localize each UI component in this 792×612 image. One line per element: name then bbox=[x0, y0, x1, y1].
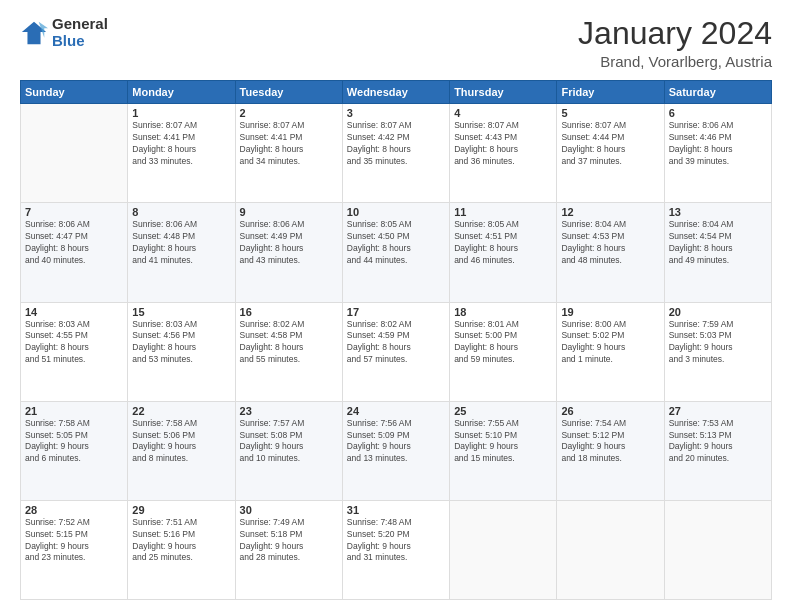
day-number: 1 bbox=[132, 107, 230, 119]
calendar-week-2: 7Sunrise: 8:06 AM Sunset: 4:47 PM Daylig… bbox=[21, 203, 772, 302]
day-info: Sunrise: 8:00 AM Sunset: 5:02 PM Dayligh… bbox=[561, 319, 659, 367]
day-info: Sunrise: 8:07 AM Sunset: 4:41 PM Dayligh… bbox=[240, 120, 338, 168]
day-number: 12 bbox=[561, 206, 659, 218]
calendar-cell: 8Sunrise: 8:06 AM Sunset: 4:48 PM Daylig… bbox=[128, 203, 235, 302]
calendar-cell: 27Sunrise: 7:53 AM Sunset: 5:13 PM Dayli… bbox=[664, 401, 771, 500]
calendar-cell: 12Sunrise: 8:04 AM Sunset: 4:53 PM Dayli… bbox=[557, 203, 664, 302]
calendar-cell: 28Sunrise: 7:52 AM Sunset: 5:15 PM Dayli… bbox=[21, 500, 128, 599]
day-info: Sunrise: 8:07 AM Sunset: 4:44 PM Dayligh… bbox=[561, 120, 659, 168]
day-number: 6 bbox=[669, 107, 767, 119]
day-info: Sunrise: 8:06 AM Sunset: 4:46 PM Dayligh… bbox=[669, 120, 767, 168]
day-info: Sunrise: 8:02 AM Sunset: 4:58 PM Dayligh… bbox=[240, 319, 338, 367]
day-info: Sunrise: 8:06 AM Sunset: 4:49 PM Dayligh… bbox=[240, 219, 338, 267]
day-info: Sunrise: 7:54 AM Sunset: 5:12 PM Dayligh… bbox=[561, 418, 659, 466]
calendar-cell: 29Sunrise: 7:51 AM Sunset: 5:16 PM Dayli… bbox=[128, 500, 235, 599]
day-number: 31 bbox=[347, 504, 445, 516]
calendar-cell: 30Sunrise: 7:49 AM Sunset: 5:18 PM Dayli… bbox=[235, 500, 342, 599]
page: General Blue January 2024 Brand, Vorarlb… bbox=[0, 0, 792, 612]
calendar-cell: 9Sunrise: 8:06 AM Sunset: 4:49 PM Daylig… bbox=[235, 203, 342, 302]
day-number: 5 bbox=[561, 107, 659, 119]
day-number: 21 bbox=[25, 405, 123, 417]
day-number: 14 bbox=[25, 306, 123, 318]
calendar-week-5: 28Sunrise: 7:52 AM Sunset: 5:15 PM Dayli… bbox=[21, 500, 772, 599]
calendar-cell: 14Sunrise: 8:03 AM Sunset: 4:55 PM Dayli… bbox=[21, 302, 128, 401]
day-number: 27 bbox=[669, 405, 767, 417]
location-title: Brand, Vorarlberg, Austria bbox=[578, 53, 772, 70]
day-number: 17 bbox=[347, 306, 445, 318]
day-info: Sunrise: 7:51 AM Sunset: 5:16 PM Dayligh… bbox=[132, 517, 230, 565]
calendar-cell: 11Sunrise: 8:05 AM Sunset: 4:51 PM Dayli… bbox=[450, 203, 557, 302]
day-info: Sunrise: 8:04 AM Sunset: 4:54 PM Dayligh… bbox=[669, 219, 767, 267]
calendar-cell: 10Sunrise: 8:05 AM Sunset: 4:50 PM Dayli… bbox=[342, 203, 449, 302]
day-number: 8 bbox=[132, 206, 230, 218]
day-number: 19 bbox=[561, 306, 659, 318]
day-info: Sunrise: 7:58 AM Sunset: 5:05 PM Dayligh… bbox=[25, 418, 123, 466]
title-block: January 2024 Brand, Vorarlberg, Austria bbox=[578, 16, 772, 70]
weekday-header-tuesday: Tuesday bbox=[235, 81, 342, 104]
logo-icon bbox=[20, 19, 48, 47]
calendar-cell: 3Sunrise: 8:07 AM Sunset: 4:42 PM Daylig… bbox=[342, 104, 449, 203]
day-number: 2 bbox=[240, 107, 338, 119]
calendar-cell: 23Sunrise: 7:57 AM Sunset: 5:08 PM Dayli… bbox=[235, 401, 342, 500]
calendar-body: 1Sunrise: 8:07 AM Sunset: 4:41 PM Daylig… bbox=[21, 104, 772, 600]
day-number: 20 bbox=[669, 306, 767, 318]
calendar-cell: 21Sunrise: 7:58 AM Sunset: 5:05 PM Dayli… bbox=[21, 401, 128, 500]
calendar-cell: 17Sunrise: 8:02 AM Sunset: 4:59 PM Dayli… bbox=[342, 302, 449, 401]
day-info: Sunrise: 8:06 AM Sunset: 4:48 PM Dayligh… bbox=[132, 219, 230, 267]
calendar-cell: 7Sunrise: 8:06 AM Sunset: 4:47 PM Daylig… bbox=[21, 203, 128, 302]
calendar-cell bbox=[557, 500, 664, 599]
calendar-cell: 2Sunrise: 8:07 AM Sunset: 4:41 PM Daylig… bbox=[235, 104, 342, 203]
day-number: 24 bbox=[347, 405, 445, 417]
day-info: Sunrise: 8:03 AM Sunset: 4:55 PM Dayligh… bbox=[25, 319, 123, 367]
day-number: 11 bbox=[454, 206, 552, 218]
day-info: Sunrise: 8:07 AM Sunset: 4:43 PM Dayligh… bbox=[454, 120, 552, 168]
calendar-week-4: 21Sunrise: 7:58 AM Sunset: 5:05 PM Dayli… bbox=[21, 401, 772, 500]
calendar-cell: 6Sunrise: 8:06 AM Sunset: 4:46 PM Daylig… bbox=[664, 104, 771, 203]
day-number: 26 bbox=[561, 405, 659, 417]
day-number: 3 bbox=[347, 107, 445, 119]
day-number: 13 bbox=[669, 206, 767, 218]
calendar-cell: 15Sunrise: 8:03 AM Sunset: 4:56 PM Dayli… bbox=[128, 302, 235, 401]
day-number: 15 bbox=[132, 306, 230, 318]
day-number: 30 bbox=[240, 504, 338, 516]
logo-blue: Blue bbox=[52, 33, 108, 50]
day-info: Sunrise: 7:59 AM Sunset: 5:03 PM Dayligh… bbox=[669, 319, 767, 367]
calendar-header-row: SundayMondayTuesdayWednesdayThursdayFrid… bbox=[21, 81, 772, 104]
day-info: Sunrise: 7:48 AM Sunset: 5:20 PM Dayligh… bbox=[347, 517, 445, 565]
day-number: 29 bbox=[132, 504, 230, 516]
day-info: Sunrise: 7:52 AM Sunset: 5:15 PM Dayligh… bbox=[25, 517, 123, 565]
month-title: January 2024 bbox=[578, 16, 772, 51]
logo: General Blue bbox=[20, 16, 108, 49]
calendar-cell: 4Sunrise: 8:07 AM Sunset: 4:43 PM Daylig… bbox=[450, 104, 557, 203]
day-number: 25 bbox=[454, 405, 552, 417]
weekday-header-monday: Monday bbox=[128, 81, 235, 104]
header: General Blue January 2024 Brand, Vorarlb… bbox=[20, 16, 772, 70]
logo-general: General bbox=[52, 16, 108, 33]
day-number: 28 bbox=[25, 504, 123, 516]
day-number: 18 bbox=[454, 306, 552, 318]
day-number: 4 bbox=[454, 107, 552, 119]
day-info: Sunrise: 8:03 AM Sunset: 4:56 PM Dayligh… bbox=[132, 319, 230, 367]
calendar-cell: 16Sunrise: 8:02 AM Sunset: 4:58 PM Dayli… bbox=[235, 302, 342, 401]
weekday-header-saturday: Saturday bbox=[664, 81, 771, 104]
day-info: Sunrise: 8:02 AM Sunset: 4:59 PM Dayligh… bbox=[347, 319, 445, 367]
day-info: Sunrise: 7:49 AM Sunset: 5:18 PM Dayligh… bbox=[240, 517, 338, 565]
calendar-cell: 25Sunrise: 7:55 AM Sunset: 5:10 PM Dayli… bbox=[450, 401, 557, 500]
day-info: Sunrise: 7:56 AM Sunset: 5:09 PM Dayligh… bbox=[347, 418, 445, 466]
weekday-header-sunday: Sunday bbox=[21, 81, 128, 104]
calendar-table: SundayMondayTuesdayWednesdayThursdayFrid… bbox=[20, 80, 772, 600]
calendar-cell: 31Sunrise: 7:48 AM Sunset: 5:20 PM Dayli… bbox=[342, 500, 449, 599]
day-number: 7 bbox=[25, 206, 123, 218]
day-info: Sunrise: 8:06 AM Sunset: 4:47 PM Dayligh… bbox=[25, 219, 123, 267]
day-info: Sunrise: 8:05 AM Sunset: 4:51 PM Dayligh… bbox=[454, 219, 552, 267]
day-info: Sunrise: 8:01 AM Sunset: 5:00 PM Dayligh… bbox=[454, 319, 552, 367]
calendar-cell: 18Sunrise: 8:01 AM Sunset: 5:00 PM Dayli… bbox=[450, 302, 557, 401]
logo-text: General Blue bbox=[52, 16, 108, 49]
calendar-cell: 26Sunrise: 7:54 AM Sunset: 5:12 PM Dayli… bbox=[557, 401, 664, 500]
weekday-header-wednesday: Wednesday bbox=[342, 81, 449, 104]
day-info: Sunrise: 8:07 AM Sunset: 4:41 PM Dayligh… bbox=[132, 120, 230, 168]
calendar-cell: 13Sunrise: 8:04 AM Sunset: 4:54 PM Dayli… bbox=[664, 203, 771, 302]
calendar-cell: 19Sunrise: 8:00 AM Sunset: 5:02 PM Dayli… bbox=[557, 302, 664, 401]
day-number: 22 bbox=[132, 405, 230, 417]
weekday-header-thursday: Thursday bbox=[450, 81, 557, 104]
